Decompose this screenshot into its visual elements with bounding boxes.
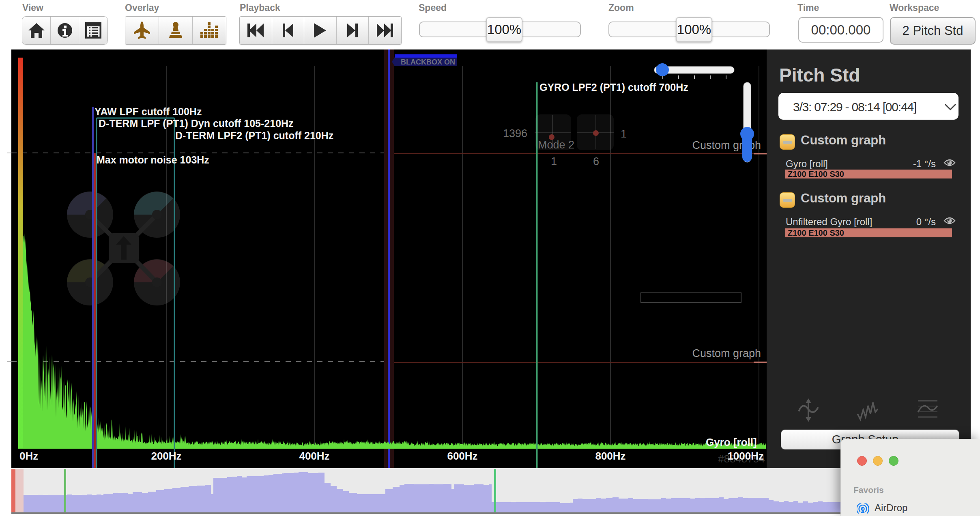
svg-text:6: 6 [593, 155, 599, 168]
svg-text:600Hz: 600Hz [447, 450, 477, 462]
svg-text:800Hz: 800Hz [595, 450, 625, 462]
svg-text:1: 1 [551, 155, 557, 168]
svg-text:Gyro [roll]: Gyro [roll] [706, 436, 757, 448]
svg-text:D-TERM LPF (PT1) Dyn cutoff 10: D-TERM LPF (PT1) Dyn cutoff 105-210Hz [99, 118, 294, 129]
svg-text:YAW LPF cutoff 100Hz: YAW LPF cutoff 100Hz [95, 106, 202, 117]
svg-text:GYRO LPF2 (PT1) cutoff 700Hz: GYRO LPF2 (PT1) cutoff 700Hz [539, 82, 688, 93]
svg-text:Mode 2: Mode 2 [538, 139, 574, 151]
svg-text:Max motor noise 103Hz: Max motor noise 103Hz [97, 154, 209, 166]
svg-text:1000Hz: 1000Hz [727, 450, 764, 462]
svg-text:200Hz: 200Hz [151, 450, 181, 462]
svg-text:Custom graph: Custom graph [692, 347, 761, 359]
svg-text:0Hz: 0Hz [19, 450, 38, 462]
svg-text:1396: 1396 [503, 127, 527, 140]
svg-text:1: 1 [621, 128, 627, 140]
svg-text:400Hz: 400Hz [299, 450, 329, 462]
svg-text:BLACKBOX ON: BLACKBOX ON [401, 58, 455, 66]
svg-text:D-TERM LPF2 (PT1) cutoff 210Hz: D-TERM LPF2 (PT1) cutoff 210Hz [175, 130, 333, 141]
